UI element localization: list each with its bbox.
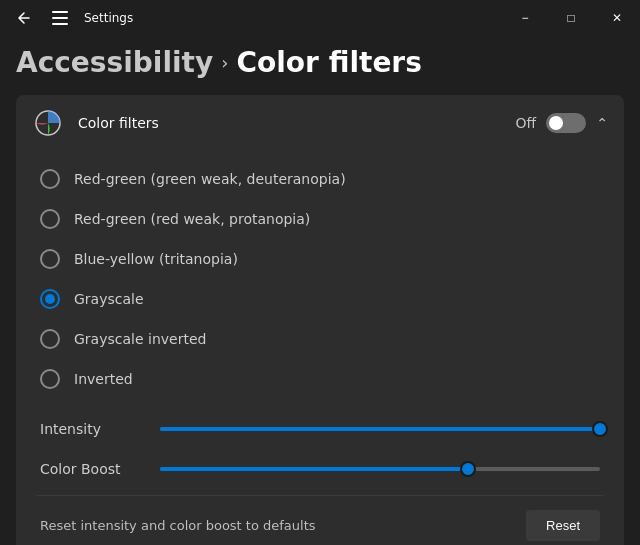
radio-option-2[interactable]: Red-green (red weak, protanopia): [36, 199, 604, 239]
card-header-right: Off ⌃: [516, 113, 608, 133]
intensity-fill: [160, 427, 600, 431]
intensity-label: Intensity: [40, 421, 140, 437]
radio-label-4: Grayscale: [74, 291, 144, 307]
reset-row: Reset intensity and color boost to defau…: [36, 495, 604, 545]
color-boost-slider-container: [160, 459, 600, 479]
card-header-left: Color filters: [32, 107, 159, 139]
color-boost-fill: [160, 467, 468, 471]
maximize-button[interactable]: □: [548, 2, 594, 34]
intensity-track: [160, 427, 600, 431]
titlebar-title: Settings: [84, 11, 133, 25]
minimize-button[interactable]: −: [502, 2, 548, 34]
toggle-track: [546, 113, 586, 133]
hamburger-button[interactable]: [48, 7, 72, 29]
color-boost-thumb[interactable]: [460, 461, 476, 477]
breadcrumb-separator: ›: [221, 52, 228, 73]
close-button[interactable]: ✕: [594, 2, 640, 34]
titlebar-controls: − □ ✕: [502, 2, 640, 34]
radio-circle-4: [40, 289, 60, 309]
color-boost-label: Color Boost: [40, 461, 140, 477]
svg-rect-0: [52, 11, 68, 13]
radio-label-2: Red-green (red weak, protanopia): [74, 211, 310, 227]
color-boost-row: Color Boost: [40, 449, 600, 489]
card-title: Color filters: [78, 115, 159, 131]
color-filters-card: Color filters Off ⌃ Red-green (green wea…: [16, 95, 624, 545]
radio-circle-3: [40, 249, 60, 269]
color-boost-track: [160, 467, 600, 471]
radio-label-3: Blue-yellow (tritanopia): [74, 251, 238, 267]
intensity-slider-container: [160, 419, 600, 439]
sliders-section: Intensity Color Boost: [36, 409, 604, 489]
radio-label-6: Inverted: [74, 371, 133, 387]
breadcrumb: Accessibility › Color filters: [0, 36, 640, 95]
breadcrumb-parent[interactable]: Accessibility: [16, 46, 213, 79]
reset-button[interactable]: Reset: [526, 510, 600, 541]
radio-option-5[interactable]: Grayscale inverted: [36, 319, 604, 359]
radio-circle-1: [40, 169, 60, 189]
intensity-thumb[interactable]: [592, 421, 608, 437]
card-body: Red-green (green weak, deuteranopia) Red…: [16, 151, 624, 545]
main-content: Color filters Off ⌃ Red-green (green wea…: [0, 95, 640, 545]
intensity-row: Intensity: [40, 409, 600, 449]
svg-rect-1: [52, 17, 68, 19]
toggle-thumb: [549, 116, 563, 130]
back-button[interactable]: [12, 6, 36, 30]
radio-option-4[interactable]: Grayscale: [36, 279, 604, 319]
radio-circle-5: [40, 329, 60, 349]
radio-circle-6: [40, 369, 60, 389]
titlebar-left: Settings: [12, 6, 133, 30]
color-filters-icon: [32, 107, 64, 139]
card-header[interactable]: Color filters Off ⌃: [16, 95, 624, 151]
titlebar: Settings − □ ✕: [0, 0, 640, 36]
svg-rect-2: [52, 23, 68, 25]
collapse-chevron-icon: ⌃: [596, 115, 608, 131]
radio-option-6[interactable]: Inverted: [36, 359, 604, 399]
color-filters-toggle[interactable]: [546, 113, 586, 133]
breadcrumb-current: Color filters: [236, 46, 421, 79]
radio-option-1[interactable]: Red-green (green weak, deuteranopia): [36, 159, 604, 199]
radio-circle-2: [40, 209, 60, 229]
radio-label-5: Grayscale inverted: [74, 331, 206, 347]
reset-label: Reset intensity and color boost to defau…: [40, 518, 316, 533]
toggle-status: Off: [516, 115, 537, 131]
radio-group: Red-green (green weak, deuteranopia) Red…: [36, 159, 604, 399]
radio-option-3[interactable]: Blue-yellow (tritanopia): [36, 239, 604, 279]
radio-label-1: Red-green (green weak, deuteranopia): [74, 171, 346, 187]
